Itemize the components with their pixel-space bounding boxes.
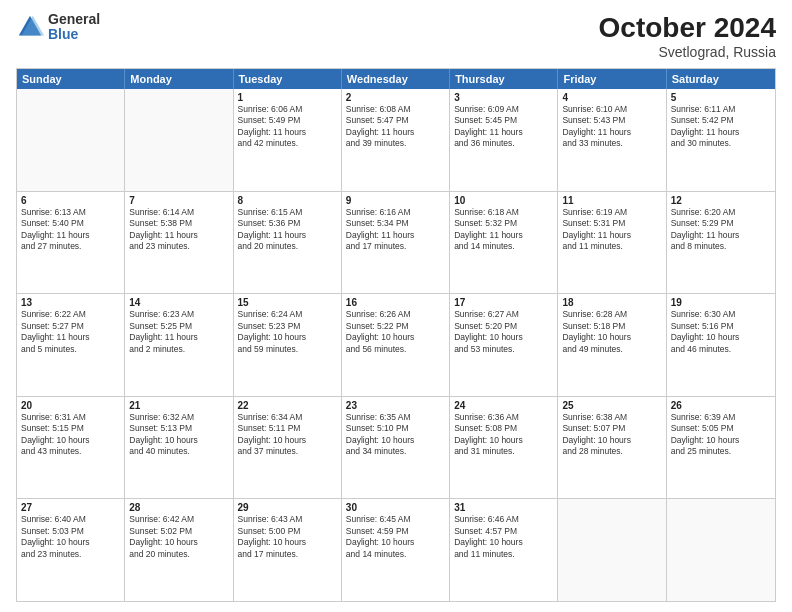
day-number: 24 — [454, 400, 553, 411]
cell-text: Sunrise: 6:19 AM Sunset: 5:31 PM Dayligh… — [562, 207, 661, 253]
cell-text: Sunrise: 6:15 AM Sunset: 5:36 PM Dayligh… — [238, 207, 337, 253]
calendar-cell: 7Sunrise: 6:14 AM Sunset: 5:38 PM Daylig… — [125, 192, 233, 294]
cell-text: Sunrise: 6:18 AM Sunset: 5:32 PM Dayligh… — [454, 207, 553, 253]
calendar-header-cell: Saturday — [667, 69, 775, 89]
calendar-cell: 30Sunrise: 6:45 AM Sunset: 4:59 PM Dayli… — [342, 499, 450, 601]
day-number: 20 — [21, 400, 120, 411]
cell-text: Sunrise: 6:40 AM Sunset: 5:03 PM Dayligh… — [21, 514, 120, 560]
calendar-cell: 12Sunrise: 6:20 AM Sunset: 5:29 PM Dayli… — [667, 192, 775, 294]
cell-text: Sunrise: 6:35 AM Sunset: 5:10 PM Dayligh… — [346, 412, 445, 458]
calendar-cell: 15Sunrise: 6:24 AM Sunset: 5:23 PM Dayli… — [234, 294, 342, 396]
cell-text: Sunrise: 6:39 AM Sunset: 5:05 PM Dayligh… — [671, 412, 771, 458]
day-number: 4 — [562, 92, 661, 103]
cell-text: Sunrise: 6:14 AM Sunset: 5:38 PM Dayligh… — [129, 207, 228, 253]
calendar-cell: 17Sunrise: 6:27 AM Sunset: 5:20 PM Dayli… — [450, 294, 558, 396]
cell-text: Sunrise: 6:06 AM Sunset: 5:49 PM Dayligh… — [238, 104, 337, 150]
day-number: 14 — [129, 297, 228, 308]
cell-text: Sunrise: 6:08 AM Sunset: 5:47 PM Dayligh… — [346, 104, 445, 150]
calendar-cell: 31Sunrise: 6:46 AM Sunset: 4:57 PM Dayli… — [450, 499, 558, 601]
calendar-cell: 23Sunrise: 6:35 AM Sunset: 5:10 PM Dayli… — [342, 397, 450, 499]
calendar-cell: 28Sunrise: 6:42 AM Sunset: 5:02 PM Dayli… — [125, 499, 233, 601]
calendar-cell: 19Sunrise: 6:30 AM Sunset: 5:16 PM Dayli… — [667, 294, 775, 396]
title-block: October 2024 Svetlograd, Russia — [599, 12, 776, 60]
calendar-cell: 4Sunrise: 6:10 AM Sunset: 5:43 PM Daylig… — [558, 89, 666, 191]
calendar-header: SundayMondayTuesdayWednesdayThursdayFrid… — [17, 69, 775, 89]
day-number: 2 — [346, 92, 445, 103]
cell-text: Sunrise: 6:26 AM Sunset: 5:22 PM Dayligh… — [346, 309, 445, 355]
day-number: 22 — [238, 400, 337, 411]
calendar-cell: 1Sunrise: 6:06 AM Sunset: 5:49 PM Daylig… — [234, 89, 342, 191]
day-number: 5 — [671, 92, 771, 103]
calendar-cell: 11Sunrise: 6:19 AM Sunset: 5:31 PM Dayli… — [558, 192, 666, 294]
logo-general: General — [48, 12, 100, 27]
logo: General Blue — [16, 12, 100, 43]
calendar-cell — [667, 499, 775, 601]
cell-text: Sunrise: 6:31 AM Sunset: 5:15 PM Dayligh… — [21, 412, 120, 458]
logo-blue: Blue — [48, 27, 100, 42]
cell-text: Sunrise: 6:38 AM Sunset: 5:07 PM Dayligh… — [562, 412, 661, 458]
calendar-cell: 27Sunrise: 6:40 AM Sunset: 5:03 PM Dayli… — [17, 499, 125, 601]
cell-text: Sunrise: 6:23 AM Sunset: 5:25 PM Dayligh… — [129, 309, 228, 355]
day-number: 31 — [454, 502, 553, 513]
day-number: 6 — [21, 195, 120, 206]
cell-text: Sunrise: 6:32 AM Sunset: 5:13 PM Dayligh… — [129, 412, 228, 458]
cell-text: Sunrise: 6:16 AM Sunset: 5:34 PM Dayligh… — [346, 207, 445, 253]
cell-text: Sunrise: 6:22 AM Sunset: 5:27 PM Dayligh… — [21, 309, 120, 355]
calendar-header-cell: Wednesday — [342, 69, 450, 89]
calendar-cell: 9Sunrise: 6:16 AM Sunset: 5:34 PM Daylig… — [342, 192, 450, 294]
calendar-cell: 10Sunrise: 6:18 AM Sunset: 5:32 PM Dayli… — [450, 192, 558, 294]
calendar-cell — [125, 89, 233, 191]
calendar-row: 13Sunrise: 6:22 AM Sunset: 5:27 PM Dayli… — [17, 293, 775, 396]
calendar-row: 27Sunrise: 6:40 AM Sunset: 5:03 PM Dayli… — [17, 498, 775, 601]
day-number: 23 — [346, 400, 445, 411]
cell-text: Sunrise: 6:24 AM Sunset: 5:23 PM Dayligh… — [238, 309, 337, 355]
logo-text: General Blue — [48, 12, 100, 43]
day-number: 11 — [562, 195, 661, 206]
calendar-cell: 13Sunrise: 6:22 AM Sunset: 5:27 PM Dayli… — [17, 294, 125, 396]
logo-icon — [16, 13, 44, 41]
calendar-body: 1Sunrise: 6:06 AM Sunset: 5:49 PM Daylig… — [17, 89, 775, 601]
calendar-row: 6Sunrise: 6:13 AM Sunset: 5:40 PM Daylig… — [17, 191, 775, 294]
calendar-header-cell: Thursday — [450, 69, 558, 89]
day-number: 7 — [129, 195, 228, 206]
day-number: 13 — [21, 297, 120, 308]
cell-text: Sunrise: 6:45 AM Sunset: 4:59 PM Dayligh… — [346, 514, 445, 560]
day-number: 15 — [238, 297, 337, 308]
cell-text: Sunrise: 6:46 AM Sunset: 4:57 PM Dayligh… — [454, 514, 553, 560]
day-number: 10 — [454, 195, 553, 206]
cell-text: Sunrise: 6:42 AM Sunset: 5:02 PM Dayligh… — [129, 514, 228, 560]
calendar-row: 1Sunrise: 6:06 AM Sunset: 5:49 PM Daylig… — [17, 89, 775, 191]
day-number: 28 — [129, 502, 228, 513]
day-number: 25 — [562, 400, 661, 411]
title-month: October 2024 — [599, 12, 776, 44]
cell-text: Sunrise: 6:20 AM Sunset: 5:29 PM Dayligh… — [671, 207, 771, 253]
calendar-cell: 5Sunrise: 6:11 AM Sunset: 5:42 PM Daylig… — [667, 89, 775, 191]
calendar-cell: 3Sunrise: 6:09 AM Sunset: 5:45 PM Daylig… — [450, 89, 558, 191]
day-number: 19 — [671, 297, 771, 308]
cell-text: Sunrise: 6:43 AM Sunset: 5:00 PM Dayligh… — [238, 514, 337, 560]
calendar-header-cell: Sunday — [17, 69, 125, 89]
calendar-cell: 14Sunrise: 6:23 AM Sunset: 5:25 PM Dayli… — [125, 294, 233, 396]
calendar-cell: 22Sunrise: 6:34 AM Sunset: 5:11 PM Dayli… — [234, 397, 342, 499]
calendar-cell: 2Sunrise: 6:08 AM Sunset: 5:47 PM Daylig… — [342, 89, 450, 191]
cell-text: Sunrise: 6:36 AM Sunset: 5:08 PM Dayligh… — [454, 412, 553, 458]
day-number: 21 — [129, 400, 228, 411]
calendar-cell: 20Sunrise: 6:31 AM Sunset: 5:15 PM Dayli… — [17, 397, 125, 499]
cell-text: Sunrise: 6:27 AM Sunset: 5:20 PM Dayligh… — [454, 309, 553, 355]
calendar-cell: 24Sunrise: 6:36 AM Sunset: 5:08 PM Dayli… — [450, 397, 558, 499]
cell-text: Sunrise: 6:10 AM Sunset: 5:43 PM Dayligh… — [562, 104, 661, 150]
calendar-cell: 8Sunrise: 6:15 AM Sunset: 5:36 PM Daylig… — [234, 192, 342, 294]
calendar-header-cell: Monday — [125, 69, 233, 89]
day-number: 1 — [238, 92, 337, 103]
cell-text: Sunrise: 6:11 AM Sunset: 5:42 PM Dayligh… — [671, 104, 771, 150]
calendar-row: 20Sunrise: 6:31 AM Sunset: 5:15 PM Dayli… — [17, 396, 775, 499]
day-number: 27 — [21, 502, 120, 513]
calendar-cell: 21Sunrise: 6:32 AM Sunset: 5:13 PM Dayli… — [125, 397, 233, 499]
day-number: 30 — [346, 502, 445, 513]
day-number: 3 — [454, 92, 553, 103]
calendar: SundayMondayTuesdayWednesdayThursdayFrid… — [16, 68, 776, 602]
day-number: 8 — [238, 195, 337, 206]
day-number: 26 — [671, 400, 771, 411]
day-number: 18 — [562, 297, 661, 308]
day-number: 29 — [238, 502, 337, 513]
